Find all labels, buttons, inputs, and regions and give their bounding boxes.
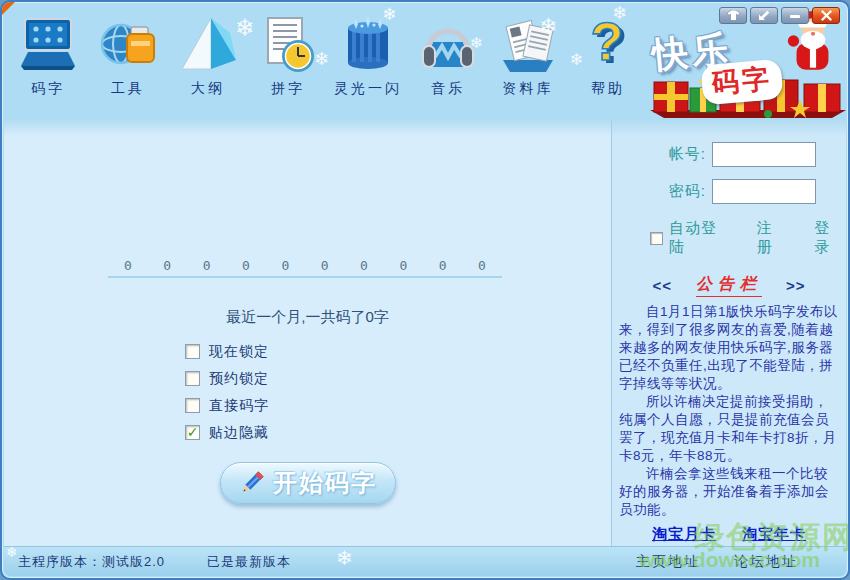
logo-text-bottom: 码字: [711, 63, 773, 98]
login-actions-row: 自动登陆 注册 登录: [650, 219, 846, 257]
headphones-icon: [418, 14, 478, 76]
checkbox-label: 现在锁定: [209, 343, 269, 361]
homepage-link[interactable]: 主页地址: [636, 553, 700, 571]
pencil-icon: [239, 470, 265, 496]
toolbar-item-help[interactable]: ? ? 帮助: [568, 14, 648, 118]
toolbar-item-outline[interactable]: 大纲: [168, 14, 248, 118]
chart-value: 0: [163, 258, 171, 273]
toolbar-item-spelling[interactable]: 拼字: [248, 14, 328, 118]
chart-value: 0: [203, 258, 211, 273]
announcement-paragraph: 许楠会拿这些钱来租一个比较好的服务器，开始准备着手添加会员功能。: [619, 465, 841, 519]
options-group: 现在锁定 预约锁定 直接码字 ✓ 贴边隐藏: [185, 338, 269, 446]
monthly-count-chart: 0 0 0 0 0 0 0 0 0 0: [108, 258, 502, 278]
checkbox-label: 预约锁定: [209, 370, 269, 388]
auto-login-checkbox[interactable]: [650, 232, 663, 245]
toolbar-label: 大纲: [168, 80, 248, 98]
chart-value: 0: [321, 258, 329, 273]
toolbar-label: 工具: [88, 80, 168, 98]
account-row: 帐号:: [612, 142, 846, 167]
svg-text:?: ?: [591, 14, 624, 71]
sidebar-panel: 帐号: 密码: 自动登陆 注册 登录 << 公告栏 >> 自1月1日第1版快乐码…: [612, 120, 846, 546]
toolbar-label: 拼字: [248, 80, 328, 98]
announcement-title: 公告栏: [696, 274, 762, 297]
window-controls: [719, 7, 840, 24]
version-text: 主程序版本：测试版2.0: [18, 553, 165, 571]
taobao-links-row: 淘宝月卡 淘宝年卡: [612, 525, 846, 544]
logo-bubble: 码字: [700, 59, 783, 106]
laptop-icon: [18, 14, 78, 76]
minimize-button[interactable]: [781, 7, 809, 24]
announcement-prev-button[interactable]: <<: [652, 277, 672, 294]
document-clock-icon: [258, 14, 318, 76]
update-status-text: 已是最新版本: [207, 553, 291, 571]
toolbar-label: 灵光一闪: [328, 80, 408, 98]
checkbox-direct-typing[interactable]: 直接码字: [185, 392, 269, 419]
register-link[interactable]: 注册: [756, 219, 788, 257]
sparkle-cylinder-icon: [338, 14, 398, 76]
chart-value: 0: [242, 258, 250, 273]
toolbar-item-typing[interactable]: 码字: [8, 14, 88, 118]
toolbar-label: 帮助: [568, 80, 648, 98]
auto-login-label[interactable]: 自动登陆: [669, 219, 733, 257]
checkbox-checked-icon[interactable]: ✓: [185, 425, 200, 440]
papers-icon: [498, 14, 558, 76]
close-button[interactable]: [812, 7, 840, 24]
app-window: 码字 工具 大纲: [0, 0, 850, 580]
chart-value: 0: [478, 258, 486, 273]
close-icon: [821, 10, 832, 21]
toolbar-item-music[interactable]: 音乐: [408, 14, 488, 118]
chart-value: 0: [124, 258, 132, 273]
checkbox-icon[interactable]: [185, 344, 200, 359]
taobao-year-card-link[interactable]: 淘宝年卡: [742, 525, 806, 544]
skin-button[interactable]: [719, 7, 747, 24]
start-typing-button[interactable]: 开始码字: [220, 462, 396, 504]
toolbar-item-library[interactable]: 资料库: [488, 14, 568, 118]
checkbox-label: 贴边隐藏: [209, 424, 269, 442]
login-link[interactable]: 登录: [814, 219, 846, 257]
main-toolbar: 码字 工具 大纲: [8, 14, 653, 118]
minimize-to-tray-button[interactable]: [750, 7, 778, 24]
shirt-icon: [726, 10, 741, 21]
main-panel: 0 0 0 0 0 0 0 0 0 0 最近一个月,一共码了0字 现在锁定: [4, 120, 612, 546]
checkbox-lock-now[interactable]: 现在锁定: [185, 338, 269, 365]
toolbar-item-inspiration[interactable]: 灵光一闪: [328, 14, 408, 118]
chart-value: 0: [399, 258, 407, 273]
checkbox-edge-hide[interactable]: ✓ 贴边隐藏: [185, 419, 269, 446]
toolbar-label: 码字: [8, 80, 88, 98]
toolbar-label: 音乐: [408, 80, 488, 98]
forum-link[interactable]: 论坛地址: [734, 553, 798, 571]
announcement-body: 自1月1日第1版快乐码字发布以来，得到了很多网友的喜爱,随着越来越多的网友使用快…: [612, 297, 846, 519]
announcement-paragraph: 所以许楠决定提前接受捐助，纯属个人自愿，只是提前充值会员罢了，现充值月卡和年卡打…: [619, 393, 841, 465]
tray-arrow-icon: [758, 10, 770, 21]
toolbar-label: 资料库: [488, 80, 568, 98]
start-button-label: 开始码字: [273, 467, 377, 499]
chart-value: 0: [360, 258, 368, 273]
toolbar-item-tools[interactable]: 工具: [88, 14, 168, 118]
checkbox-icon[interactable]: [185, 371, 200, 386]
password-input[interactable]: [712, 179, 816, 204]
chart-value: 0: [281, 258, 289, 273]
account-label: 帐号:: [669, 145, 706, 164]
announcement-paragraph: 自1月1日第1版快乐码字发布以来，得到了很多网友的喜爱,随着越来越多的网友使用快…: [619, 303, 841, 393]
password-label: 密码:: [669, 182, 706, 201]
announcement-next-button[interactable]: >>: [786, 277, 806, 294]
taobao-month-card-link[interactable]: 淘宝月卡: [652, 525, 716, 544]
checkbox-label: 直接码字: [209, 397, 269, 415]
prism-icon: [178, 14, 238, 76]
question-icon: ? ?: [578, 14, 638, 76]
checkbox-icon[interactable]: [185, 398, 200, 413]
password-row: 密码:: [612, 179, 846, 204]
checkbox-scheduled-lock[interactable]: 预约锁定: [185, 365, 269, 392]
minimize-icon: [789, 11, 801, 21]
content-area: 0 0 0 0 0 0 0 0 0 0 最近一个月,一共码了0字 现在锁定: [4, 120, 846, 546]
chart-value: 0: [439, 258, 447, 273]
account-input[interactable]: [712, 142, 816, 167]
announcement-header: << 公告栏 >>: [612, 274, 846, 297]
monthly-summary-text: 最近一个月,一共码了0字: [4, 308, 611, 327]
status-bar: 主程序版本：测试版2.0 已是最新版本 主页地址 论坛地址: [4, 546, 846, 576]
globe-tool-icon: [98, 14, 158, 76]
